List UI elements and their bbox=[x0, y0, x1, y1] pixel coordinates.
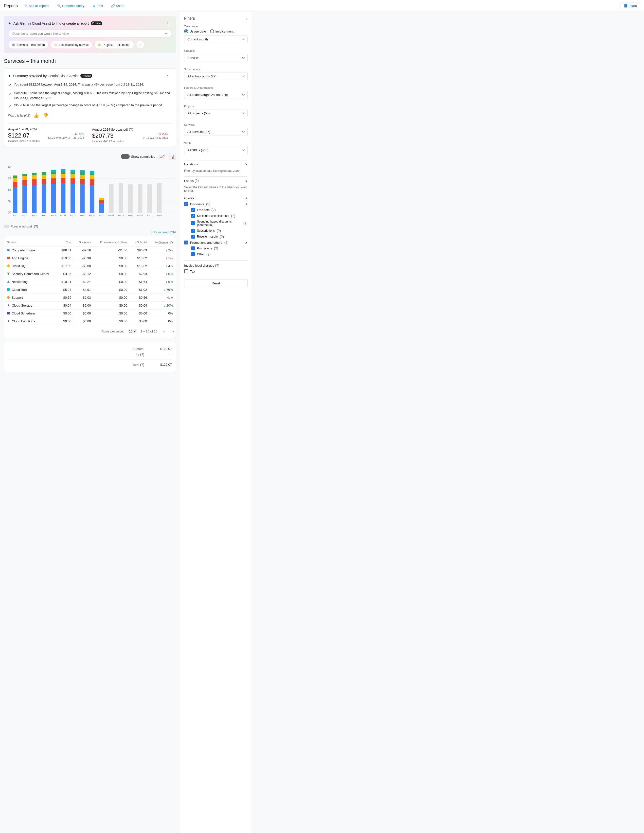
learn-btn[interactable]: 📘 Learn bbox=[621, 2, 640, 10]
usage-date-radio[interactable]: Usage date bbox=[184, 29, 206, 33]
sustained-help-icon[interactable]: (?) bbox=[231, 214, 235, 218]
tax-item: Tax bbox=[184, 269, 248, 273]
filters-header: Filters › bbox=[184, 16, 248, 21]
promotions-others-item: ✓ Promotions and others (?) ∧ bbox=[184, 241, 248, 244]
promotions-checkbox[interactable]: ✓ bbox=[191, 246, 195, 250]
chip-services-this-month[interactable]: ⊕ Services – this month bbox=[8, 41, 48, 49]
svg-rect-74 bbox=[157, 183, 161, 213]
forecast-help-icon[interactable]: (?) bbox=[129, 127, 133, 131]
svg-text:Aug 25: Aug 25 bbox=[128, 214, 134, 216]
svg-rect-37 bbox=[61, 178, 65, 183]
cell-promos: $0.00 bbox=[94, 270, 130, 278]
trend-icon-1: ↗ bbox=[8, 82, 11, 88]
svg-rect-34 bbox=[51, 170, 56, 172]
labels-toggle[interactable]: Labels (?) ∨ bbox=[184, 177, 248, 185]
total-help-icon[interactable]: (?) bbox=[140, 363, 144, 367]
svg-text:Aug 7: Aug 7 bbox=[42, 214, 46, 216]
invoice-month-radio[interactable]: Invoice month bbox=[210, 29, 235, 33]
promo-help-icon[interactable]: (?) bbox=[224, 241, 229, 244]
summary-collapse-btn[interactable]: ∧ bbox=[163, 72, 172, 79]
next-page-btn[interactable]: › bbox=[171, 328, 176, 334]
reseller-help-icon[interactable]: (?) bbox=[220, 235, 224, 238]
promotions-others-checkbox[interactable]: ✓ bbox=[184, 241, 188, 244]
invoice-help-icon[interactable]: (?) bbox=[215, 264, 219, 267]
gemini-input[interactable] bbox=[12, 32, 165, 35]
share-btn[interactable]: 🔗 Share bbox=[108, 2, 127, 9]
discounts-checkbox[interactable]: ✓ bbox=[184, 202, 188, 206]
learn-icon: 📘 bbox=[624, 4, 628, 8]
toggle-switch[interactable] bbox=[121, 154, 130, 159]
print-btn[interactable]: 🖨 Print bbox=[89, 2, 106, 9]
show-cumulative-toggle[interactable]: Show cumulative bbox=[121, 154, 155, 159]
cell-discounts: $0.00 bbox=[74, 317, 94, 325]
summary-preview-badge: Preview bbox=[80, 74, 92, 78]
svg-rect-26 bbox=[42, 179, 46, 185]
current-month-select[interactable]: Current month bbox=[184, 35, 248, 43]
filters-collapse-btn[interactable]: › bbox=[246, 16, 248, 21]
subscriptions-checkbox[interactable]: ✓ bbox=[191, 229, 195, 233]
spending-help-icon[interactable]: (?) bbox=[243, 221, 248, 225]
subaccounts-select[interactable]: All subaccounts (27) bbox=[184, 72, 248, 80]
cell-subtotal: $16.62 bbox=[130, 262, 150, 270]
line-chart-btn[interactable]: 📈 bbox=[158, 153, 166, 160]
svg-rect-44 bbox=[71, 174, 75, 178]
generate-query-btn[interactable]: 🔍 Generate query bbox=[54, 2, 87, 9]
gemini-input-row: ✏ bbox=[8, 30, 172, 38]
free-tiers-checkbox[interactable]: ✓ bbox=[191, 208, 195, 212]
other-checkbox[interactable]: ✓ bbox=[191, 252, 195, 256]
credits-toggle[interactable]: Credits ∧ bbox=[184, 196, 248, 202]
gemini-collapse-btn[interactable]: ∧ bbox=[163, 20, 172, 27]
group-by-select[interactable]: Service bbox=[184, 54, 248, 62]
cell-change: 0% bbox=[150, 317, 176, 325]
thumbs-up-btn[interactable]: 👍 bbox=[32, 112, 40, 119]
table-row: Support $0.59 -$0.03 $0.00 $0.56 New bbox=[4, 294, 176, 301]
change-help-icon[interactable]: (?) bbox=[169, 240, 173, 244]
chip-last-invoice[interactable]: ⊕ Last invoice by service bbox=[50, 41, 92, 49]
radio-filled bbox=[184, 29, 188, 33]
skus-select[interactable]: All SKUs (408) bbox=[184, 146, 248, 154]
reset-btn[interactable]: Reset bbox=[184, 279, 248, 287]
forecasted-help-icon[interactable]: (?) bbox=[34, 225, 38, 228]
reseller-checkbox[interactable]: ✓ bbox=[191, 235, 195, 238]
col-change[interactable]: % Change (?) bbox=[150, 238, 176, 246]
time-range-section: Time range Usage date Invoice month Curr… bbox=[184, 25, 248, 45]
tax-checkbox[interactable] bbox=[184, 269, 188, 273]
cell-change: 0% bbox=[150, 309, 176, 317]
folders-select[interactable]: All folders/organizations (28) bbox=[184, 91, 248, 99]
free-tiers-help-icon[interactable]: (?) bbox=[211, 208, 216, 212]
projects-select[interactable]: All projects (55) bbox=[184, 109, 248, 117]
download-csv-btn[interactable]: ⬇ Download CSV bbox=[151, 230, 176, 234]
gemini-star-icon-2: ✦ bbox=[8, 74, 11, 78]
spending-based-checkbox[interactable]: ✓ bbox=[191, 221, 195, 225]
chip-more[interactable]: › bbox=[136, 41, 145, 49]
bar-chart-btn[interactable]: 📊 bbox=[169, 153, 176, 160]
rows-per-page-select[interactable]: 10 25 50 bbox=[128, 329, 137, 333]
svg-rect-52 bbox=[80, 170, 85, 172]
cell-discounts: -$9.27 bbox=[74, 278, 94, 286]
tax-help-icon[interactable]: (?) bbox=[140, 353, 144, 357]
thumbs-down-btn[interactable]: 👎 bbox=[42, 112, 49, 119]
other-item: ✓ Other (?) bbox=[191, 252, 248, 256]
services-select[interactable]: All services (47) bbox=[184, 128, 248, 136]
subscriptions-help-icon[interactable]: (?) bbox=[217, 229, 221, 233]
promotions-help-icon[interactable]: (?) bbox=[214, 246, 218, 250]
chevron-up-icon-3[interactable]: ∧ bbox=[245, 241, 248, 244]
chip-projects-this-month[interactable]: ⊕ Projects – this month bbox=[94, 41, 134, 49]
invoice-label: Invoice level charges (?) bbox=[184, 264, 248, 267]
cell-subtotal: $0.56 bbox=[130, 294, 150, 301]
svg-text:Aug 17: Aug 17 bbox=[89, 214, 95, 216]
feedback-row: Was this helpful? 👍 👎 bbox=[8, 112, 172, 119]
sustained-use-checkbox[interactable]: ✓ bbox=[191, 214, 195, 218]
main-layout: ✦ Ask Gemini Cloud Assist to find or cre… bbox=[0, 12, 644, 833]
chevron-down-icon: ∨ bbox=[245, 162, 248, 166]
col-subtotal[interactable]: ↓ Subtotal bbox=[130, 238, 150, 246]
chart-controls: Show cumulative 📈 📊 bbox=[4, 151, 176, 162]
see-all-reports-btn[interactable]: ☰ See all reports bbox=[22, 2, 52, 9]
chevron-right-icon: › bbox=[140, 43, 141, 47]
labels-help-icon[interactable]: (?) bbox=[195, 178, 199, 183]
chevron-up-icon-2[interactable]: ∧ bbox=[245, 202, 248, 206]
other-help-icon[interactable]: (?) bbox=[206, 252, 211, 256]
prev-page-btn[interactable]: ‹ bbox=[161, 328, 166, 334]
discounts-help-icon[interactable]: (?) bbox=[206, 202, 210, 206]
locations-toggle[interactable]: Locations ∨ bbox=[184, 160, 248, 168]
